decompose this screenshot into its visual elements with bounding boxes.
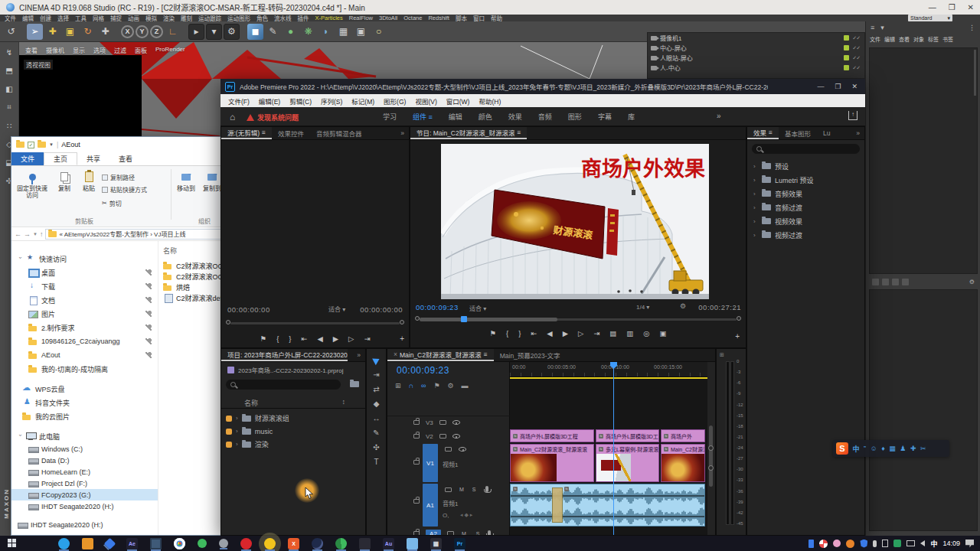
source-duration[interactable]: 00:00:00:00 <box>360 305 403 314</box>
program-timecode[interactable]: 00:00:09:23 <box>416 303 459 311</box>
panel-collapse-icon[interactable]: ▾ <box>880 24 884 31</box>
twirl-icon[interactable]: › <box>236 441 238 448</box>
timeline-clip-v2[interactable]: fx商场户外L屏模版3D工程 <box>596 429 659 442</box>
x-axis-lock-icon[interactable]: X <box>121 25 134 38</box>
forward-icon[interactable]: → <box>24 230 31 238</box>
render-picture-viewer-icon[interactable]: ▾ <box>206 24 222 40</box>
timeline-clip-v2[interactable]: fx商场户外L屏模版3D工程 <box>510 429 594 442</box>
model-mode-icon[interactable]: ⬒ <box>2 64 16 77</box>
c4d-menu-item[interactable]: 雕刻 <box>181 15 192 21</box>
cut-button[interactable]: ✂剪切 <box>102 198 172 208</box>
sidebar-drive-item[interactable]: IHDT Seagate2020 (H:) <box>11 518 158 532</box>
tab-sequence-main[interactable]: ×Main_C2财源滚滚_财源滚滚≡ <box>387 349 494 361</box>
c4d-menu-item[interactable]: 创建 <box>40 15 51 21</box>
object-enable-toggles[interactable]: ✓✓ <box>852 45 860 51</box>
system-issue-alert[interactable]: 发现系统问题 <box>247 112 299 122</box>
pinwheel-icon[interactable] <box>819 540 828 548</box>
project-search-input[interactable] <box>226 380 341 390</box>
calculator[interactable]: ▦ <box>430 538 442 549</box>
sidebar-drive-item[interactable]: HomeLearn (E:) <box>11 466 158 478</box>
zoom-handle-left[interactable] <box>226 320 230 324</box>
playhead-line[interactable] <box>613 362 614 536</box>
track-badge[interactable]: V2 <box>426 433 433 440</box>
lock-icon[interactable] <box>413 434 420 439</box>
ripple-edit-tool[interactable]: ⇄ <box>373 385 379 393</box>
object-manager-menu-item[interactable]: 标签 <box>928 35 939 43</box>
copy-path-button[interactable]: 复制路径 <box>102 172 172 182</box>
viewport-menu-item[interactable]: 查看 <box>25 46 38 54</box>
copy-button[interactable]: 复制 <box>53 170 76 192</box>
explorer-title-bar[interactable]: ✓ ▼ | AEout <box>11 137 232 152</box>
move-tool-icon[interactable]: ✚ <box>44 24 60 40</box>
tab-effect-controls[interactable]: 效果控件 <box>272 127 310 139</box>
workspace-tab[interactable]: 编辑 <box>449 112 462 122</box>
sidebar-item[interactable]: 下载 <box>11 279 158 293</box>
premiere-title-bar[interactable]: Pr Adobe Premiere Pro 2022 - H:\AEtemp\V… <box>220 79 865 94</box>
tab-project[interactable]: 项目: 2023年商场户外L屏-CC22-20230202 <box>221 349 348 361</box>
c4d-menu-item[interactable]: RealFlow <box>349 15 373 21</box>
rotate-tool-icon[interactable]: ↻ <box>80 24 96 40</box>
sidebar-item[interactable]: 109846126_C2caiyuangg <box>11 334 158 348</box>
workspace-tab[interactable]: 图形 <box>568 112 582 122</box>
network-icon[interactable] <box>906 540 915 546</box>
track-badge-v1[interactable]: V1 <box>423 444 438 482</box>
c4d-menu-item[interactable]: 动画 <box>128 15 139 21</box>
lock-icon[interactable] <box>413 460 420 465</box>
select-tool-icon[interactable]: ➢ <box>27 24 43 40</box>
lift-icon[interactable]: ▤ <box>609 329 616 337</box>
type-tool[interactable]: T <box>374 458 378 466</box>
sidebar-item[interactable]: 我的-切离的-成功隔离 <box>11 362 158 376</box>
step-back-icon[interactable]: ◀ <box>317 334 322 343</box>
premiere[interactable]: Pr <box>454 538 466 549</box>
effects-folder-row[interactable]: › 视频过渡 <box>747 228 864 242</box>
playhead-handle[interactable] <box>461 316 467 322</box>
menu-item[interactable]: 标记(M) <box>351 96 374 106</box>
new-bin-icon[interactable] <box>350 381 359 387</box>
lock-icon[interactable] <box>413 499 420 504</box>
screenshot-icon[interactable]: ✂ <box>920 445 926 452</box>
mute-button[interactable]: M <box>458 487 466 492</box>
caption-icon[interactable]: ▬ <box>462 382 469 390</box>
button-editor-icon[interactable]: + <box>400 334 404 343</box>
timeline-clip-v1[interactable]: fxMain_C2财源滚滚_财源滚滚 <box>510 444 594 482</box>
green-circle[interactable] <box>335 538 347 549</box>
object-manager-menu-item[interactable]: 文件 <box>870 35 880 43</box>
object-layer-chip[interactable] <box>844 55 849 60</box>
z-axis-lock-icon[interactable]: Z <box>150 25 163 38</box>
timeline-vertical-scrollbar[interactable] <box>709 425 713 487</box>
source-patch-icon[interactable] <box>445 447 452 452</box>
c4d-menu-item[interactable]: 模拟 <box>145 15 157 21</box>
sort-icon[interactable]: ↕ <box>342 398 346 406</box>
close-button[interactable]: ✕ <box>851 83 858 90</box>
object-layer-chip[interactable] <box>844 35 849 41</box>
input-language-indicator[interactable]: 中 <box>930 539 937 549</box>
sidebar-item[interactable]: 2.制作要求 <box>11 321 158 334</box>
recent-caret-icon[interactable]: ▼ <box>33 232 38 236</box>
account-icon[interactable]: ♟ <box>900 445 906 452</box>
twirl-icon[interactable]: › <box>753 191 758 197</box>
panel-overflow-icon[interactable]: » <box>352 349 365 361</box>
workspace-tab[interactable]: 组件 <box>413 112 433 122</box>
c4d-close-button[interactable]: ✕ <box>968 3 974 11</box>
panel-overflow-icon[interactable]: » <box>396 127 409 139</box>
render-settings-icon[interactable]: ⚙ <box>224 24 240 40</box>
deformer-icon[interactable]: ◗ <box>318 24 334 40</box>
c4d-menu-item[interactable]: X-Particles <box>315 15 343 21</box>
panel-menu-icon[interactable]: ≡ <box>871 24 874 31</box>
voiceover-record-icon[interactable] <box>488 530 491 536</box>
menu-item[interactable]: 剪辑(C) <box>289 96 312 106</box>
punctuation-icon[interactable]: ” <box>864 445 866 452</box>
timeline-clip-v1[interactable]: fx多元L幕案例-财源滚滚 <box>596 444 659 482</box>
soft-keyboard-icon[interactable]: ▦ <box>889 445 896 452</box>
effects-folder-row[interactable]: › 预设 <box>747 159 864 173</box>
c4d-menu-item[interactable]: 帮助 <box>491 15 502 21</box>
solo-button[interactable]: S <box>470 487 478 492</box>
workspace-tab[interactable]: 库 <box>628 112 635 122</box>
tab-lumetri[interactable]: Lu <box>817 127 836 139</box>
source-patch-icon[interactable] <box>439 434 446 439</box>
viewport-menu-item[interactable]: 摄像机 <box>46 46 64 54</box>
slip-tool[interactable]: ↔ <box>373 414 381 422</box>
c4d-menu-item[interactable]: 选择 <box>57 15 69 21</box>
twirl-icon[interactable]: › <box>236 428 238 435</box>
linked-selection-icon[interactable]: ∞ <box>421 382 426 390</box>
